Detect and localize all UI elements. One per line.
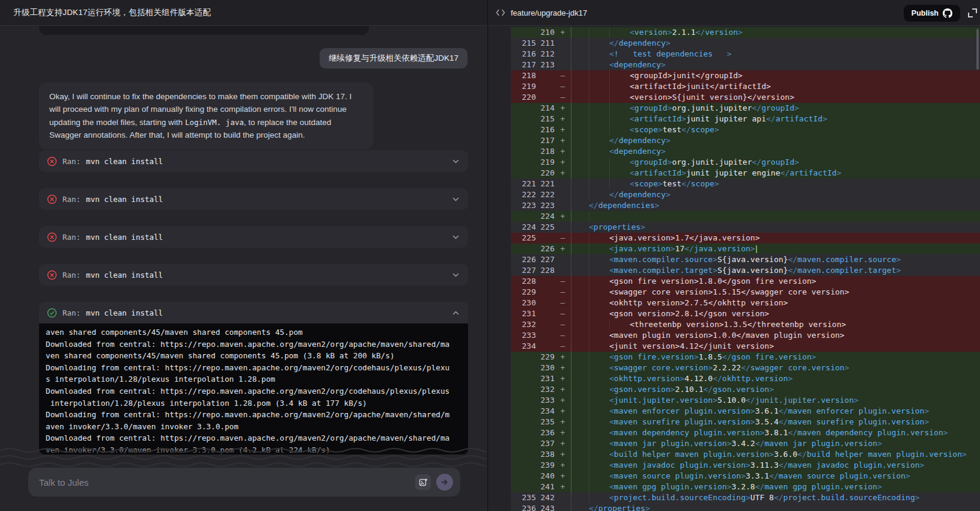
code-bracket: > <box>766 82 771 91</box>
diff-change-sign <box>555 265 571 276</box>
diff-change-sign: + <box>555 395 571 406</box>
diff-viewer[interactable]: 210+<version>2.1.1</version>215211</depe… <box>511 27 980 511</box>
run-toggle[interactable]: Ran:mvn clean install <box>39 150 468 172</box>
code-tag: java.version <box>699 233 755 242</box>
diff-old-line-number: 227 <box>511 265 536 276</box>
chevron-down-icon[interactable] <box>451 271 460 280</box>
error-circle-icon <box>47 270 57 280</box>
code-bracket: < <box>609 331 614 340</box>
code-bracket: < <box>609 461 614 470</box>
code-tag: build helper maven plugin.version <box>807 450 962 459</box>
code-bracket: </ <box>779 417 788 426</box>
indent-guide <box>589 406 589 417</box>
diff-code: <maven enforcer plugin.version>3.6.1</ma… <box>571 406 980 417</box>
chevron-up-icon[interactable] <box>451 308 460 317</box>
run-toggle[interactable]: Ran:mvn clean install <box>39 188 468 210</box>
code-bracket: < <box>609 233 614 242</box>
chat-input[interactable]: Talk to Jules <box>39 477 415 488</box>
code-tag: maven.compiler.source <box>797 255 896 264</box>
diff-row: 216+<scope>test</scope> <box>511 124 980 135</box>
indent-guide <box>589 330 589 341</box>
code-bracket: > <box>943 428 948 437</box>
send-button[interactable] <box>436 474 453 491</box>
code-tag: gson version <box>708 309 764 318</box>
code-bracket: > <box>727 439 732 448</box>
code-bracket: < <box>609 60 614 69</box>
chevron-down-icon[interactable] <box>451 157 460 166</box>
code-tag: maven enforcer plugin.version <box>788 406 924 415</box>
indent-guide <box>589 363 589 373</box>
code-bracket: </ <box>609 136 619 145</box>
diff-old-line-number <box>511 103 536 114</box>
indent-guide <box>589 70 589 81</box>
diff-change-sign: — <box>555 341 571 352</box>
diff-change-sign: + <box>555 363 571 373</box>
inline-code: LoginVM. java <box>185 118 244 127</box>
code-header: feature/upgrade-jdk17 Publish <box>488 0 980 26</box>
diff-change-sign: + <box>555 103 571 114</box>
diff-old-line-number <box>511 460 536 471</box>
diff-old-line-number: 232 <box>511 319 536 330</box>
user-message-bubble: 继续修复与升级相关依赖适配JDK17 <box>320 48 467 69</box>
code-bracket: </ <box>741 363 750 372</box>
code-bracket: > <box>658 125 663 134</box>
diff-code: <java.version>1.7</java.version> <box>571 233 980 243</box>
code-bracket: < <box>630 168 635 177</box>
diff-new-line-number: 211 <box>536 38 555 49</box>
code-text: 1.7 <box>675 233 689 242</box>
chat-input-bar[interactable]: Talk to Jules <box>28 468 460 497</box>
code-bracket: </ <box>696 28 705 37</box>
diff-old-line-number: 236 <box>511 503 536 511</box>
github-icon <box>943 8 952 18</box>
run-list: Ran:mvn clean installRan:mvn clean insta… <box>39 150 468 454</box>
code-text: 1.8.5 <box>699 352 722 361</box>
publish-label: Publish <box>912 9 939 17</box>
chevron-down-icon[interactable] <box>451 195 460 204</box>
diff-code: <java.version>17</java.version> <box>571 243 980 254</box>
code-bracket: > <box>750 406 755 415</box>
run-prefix: Ran: <box>62 271 81 280</box>
code-text: 17 <box>675 244 685 253</box>
code-bracket: > <box>836 168 841 177</box>
indent-guide <box>589 276 589 287</box>
code-text: org.junit.jupiter <box>672 158 752 167</box>
attach-image-button[interactable] <box>415 474 431 490</box>
diff-old-line-number: 230 <box>511 298 536 308</box>
publish-button[interactable]: Publish <box>904 5 960 22</box>
code-bracket: > <box>658 179 663 188</box>
diff-new-line-number: 212 <box>536 49 555 60</box>
chevron-down-icon[interactable] <box>451 233 460 242</box>
diff-change-sign: — <box>555 70 571 81</box>
indent-guide <box>609 114 610 124</box>
error-circle-icon <box>47 194 57 204</box>
indent-guide <box>589 319 589 330</box>
code-tag: gson.version <box>713 385 769 394</box>
code-tag: version <box>705 28 738 37</box>
diff-row: 228—<gson fire version>1.8.0</gson fire … <box>511 276 980 287</box>
diff-new-line-number <box>536 81 555 92</box>
indent-guide <box>589 341 589 352</box>
diff-new-line-number: 214 <box>536 103 555 114</box>
diff-change-sign <box>555 222 571 233</box>
run-toggle[interactable]: Ran:mvn clean install <box>39 302 468 323</box>
diff-code: </dependencies> <box>571 200 980 211</box>
run-toggle[interactable]: Ran:mvn clean install <box>39 226 468 248</box>
diff-old-line-number: 218 <box>511 70 536 81</box>
diff-change-sign: — <box>555 330 571 341</box>
code-bracket: > <box>645 504 650 511</box>
run-toggle[interactable]: Ran:mvn clean install <box>39 264 468 286</box>
indent-guide <box>589 38 589 49</box>
code-bracket: < <box>609 309 614 318</box>
scrollbar-thumb[interactable] <box>976 29 979 70</box>
code-bracket: </ <box>788 255 797 264</box>
code-tag: maven surefire plugin.version <box>788 417 924 426</box>
diff-change-sign: + <box>555 243 571 254</box>
code-bracket: </ <box>788 428 797 437</box>
diff-row: 237+<maven jar plugin.version>3.4.2</mav… <box>511 438 980 449</box>
code-bracket: > <box>746 461 750 470</box>
diff-row: 227228<maven.compiler.target>S{java.vers… <box>511 265 980 276</box>
code-bracket: < <box>630 114 635 123</box>
expand-panel-button[interactable] <box>968 8 977 17</box>
code-bracket: < <box>609 396 614 405</box>
code-text: 3.6.1 <box>755 406 779 415</box>
